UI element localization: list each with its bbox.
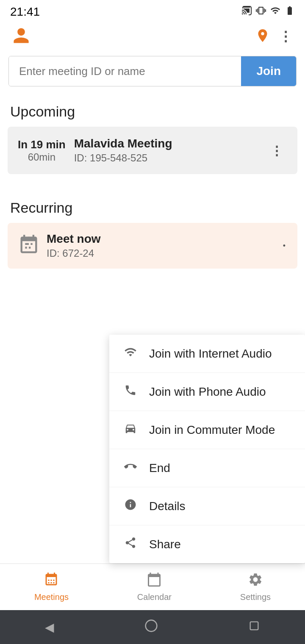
- profile-icon[interactable]: [12, 26, 30, 47]
- info-icon: [123, 498, 138, 514]
- meeting-name: Malavida Meeting: [74, 137, 258, 150]
- meeting-time-block: In 19 min 60min: [18, 138, 66, 163]
- recents-button[interactable]: [248, 620, 260, 635]
- wifi-status-icon: [270, 6, 280, 18]
- nav-calendar[interactable]: Calendar: [137, 572, 172, 602]
- menu-item-commuter-mode[interactable]: Join in Commuter Mode: [109, 411, 305, 449]
- recurring-calendar-icon: [18, 234, 40, 258]
- share-icon: [123, 536, 138, 552]
- settings-nav-icon: [248, 572, 263, 591]
- status-bar: 21:41: [0, 0, 305, 22]
- upcoming-meeting-card: In 19 min 60min Malavida Meeting ID: 195…: [8, 127, 297, 174]
- bottom-nav: Meetings Calendar Settings: [0, 564, 305, 610]
- menu-item-end[interactable]: End: [109, 449, 305, 487]
- settings-nav-label: Settings: [240, 592, 271, 602]
- meeting-time: In 19 min: [18, 138, 66, 151]
- nav-settings[interactable]: Settings: [240, 572, 271, 602]
- top-bar: ⋮: [0, 22, 305, 53]
- menu-item-details[interactable]: Details: [109, 487, 305, 525]
- android-nav-bar: ◀: [0, 610, 305, 644]
- svg-point-0: [146, 620, 157, 631]
- top-bar-right: ⋮: [255, 28, 293, 45]
- menu-item-internet-audio-label: Join with Internet Audio: [149, 347, 272, 361]
- menu-item-share[interactable]: Share: [109, 525, 305, 563]
- recurring-meeting-info: Meet now ID: 672-24: [47, 232, 274, 259]
- meeting-info: Malavida Meeting ID: 195-548-525: [74, 137, 258, 164]
- recurring-meeting-id: ID: 672-24: [47, 247, 274, 259]
- phone-icon: [123, 384, 138, 400]
- menu-item-phone-audio[interactable]: Join with Phone Audio: [109, 373, 305, 411]
- meeting-more-icon[interactable]: ⋮: [267, 142, 287, 160]
- wifi-icon: [123, 346, 138, 361]
- upcoming-section-title: Upcoming: [0, 95, 305, 127]
- status-icons: [241, 6, 295, 18]
- search-bar: Join: [8, 56, 297, 86]
- calendar-nav-icon: [147, 572, 162, 591]
- recurring-section-title: Recurring: [0, 191, 305, 223]
- search-bar-container: Join: [0, 53, 305, 95]
- car-icon: [123, 422, 138, 438]
- top-bar-left: [12, 26, 30, 47]
- nav-meetings[interactable]: Meetings: [34, 572, 69, 602]
- battery-icon: [285, 6, 295, 18]
- recurring-meeting-card: Meet now ID: 672-24 •: [8, 223, 297, 269]
- location-wifi-icon[interactable]: [255, 28, 270, 45]
- recurring-more-icon[interactable]: •: [281, 240, 287, 252]
- recurring-meeting-name: Meet now: [47, 232, 274, 246]
- meeting-id: ID: 195-548-525: [74, 152, 258, 164]
- status-time: 21:41: [10, 5, 40, 19]
- menu-item-internet-audio[interactable]: Join with Internet Audio: [109, 335, 305, 373]
- vibrate-icon: [256, 6, 266, 18]
- home-button[interactable]: [144, 619, 158, 636]
- end-call-icon: [123, 460, 138, 476]
- recurring-section: Recurring Meet now ID: 672-24 •: [0, 191, 305, 269]
- menu-item-details-label: Details: [149, 500, 186, 513]
- more-options-icon[interactable]: ⋮: [279, 30, 293, 43]
- menu-item-end-label: End: [149, 461, 170, 475]
- back-button[interactable]: ◀: [45, 620, 54, 634]
- calendar-nav-label: Calendar: [137, 592, 172, 602]
- svg-rect-1: [250, 622, 258, 630]
- meetings-nav-icon: [44, 572, 59, 591]
- meetings-nav-label: Meetings: [34, 592, 69, 602]
- meeting-id-input[interactable]: [9, 56, 241, 86]
- meeting-duration: 60min: [28, 151, 55, 163]
- menu-item-share-label: Share: [149, 538, 181, 551]
- cast-icon: [241, 6, 252, 18]
- menu-item-phone-audio-label: Join with Phone Audio: [149, 385, 266, 399]
- join-button[interactable]: Join: [241, 56, 296, 86]
- menu-item-commuter-mode-label: Join in Commuter Mode: [149, 423, 275, 437]
- context-menu: Join with Internet Audio Join with Phone…: [109, 335, 305, 563]
